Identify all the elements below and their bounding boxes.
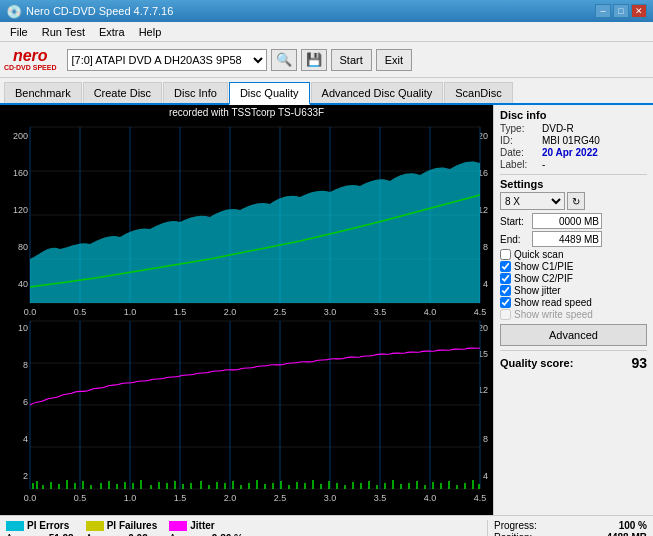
show-jitter-checkbox[interactable] [500,285,511,296]
maximize-button[interactable]: □ [613,4,629,18]
chart-title: recorded with TSSTcorp TS-U633F [0,107,493,118]
svg-text:200: 200 [13,131,28,141]
menu-help[interactable]: Help [133,24,168,40]
svg-rect-91 [264,484,266,489]
svg-rect-102 [352,482,354,489]
pi-failures-color-box [86,521,104,531]
start-button[interactable]: Start [331,49,372,71]
show-read-speed-checkbox[interactable] [500,297,511,308]
show-c1-checkbox[interactable] [500,261,511,272]
menu-extra[interactable]: Extra [93,24,131,40]
svg-rect-98 [320,484,322,489]
svg-rect-78 [158,482,160,489]
tab-disc-info[interactable]: Disc Info [163,82,228,103]
svg-text:4: 4 [23,434,28,444]
progress-panel: Progress: 100 % Position: 4488 MB Speed:… [487,520,647,536]
quality-label: Quality score: [500,357,573,369]
minimize-button[interactable]: – [595,4,611,18]
position-value: 4488 MB [606,532,647,536]
svg-rect-96 [304,483,306,489]
refresh-button[interactable]: ↻ [567,192,585,210]
svg-text:40: 40 [18,279,28,289]
show-jitter-label: Show jitter [514,285,561,296]
show-c1-row: Show C1/PIE [500,261,647,272]
svg-rect-83 [200,481,202,489]
svg-rect-82 [190,483,192,489]
svg-rect-103 [360,483,362,489]
progress-row: Progress: 100 % [494,520,647,531]
quality-value: 93 [631,355,647,371]
svg-rect-72 [108,481,110,489]
svg-text:0.5: 0.5 [74,493,87,503]
nero-logo: nero [13,48,48,64]
speed-row: 8 X ↻ [500,192,647,210]
svg-text:4.5: 4.5 [474,493,487,503]
tab-advanced-disc-quality[interactable]: Advanced Disc Quality [311,82,444,103]
svg-text:8: 8 [483,434,488,444]
svg-text:2: 2 [23,471,28,481]
svg-rect-101 [344,485,346,489]
svg-text:3.5: 3.5 [374,493,387,503]
show-read-speed-row: Show read speed [500,297,647,308]
svg-text:1.5: 1.5 [174,493,187,503]
save-icon-btn[interactable]: 💾 [301,49,327,71]
nero-logo-area: nero CD·DVD SPEED [4,48,57,71]
svg-rect-110 [416,481,418,489]
drive-select[interactable]: [7:0] ATAPI DVD A DH20A3S 9P58 [67,49,267,71]
svg-rect-104 [368,481,370,489]
start-mb-input[interactable] [532,213,602,229]
show-c2-checkbox[interactable] [500,273,511,284]
start-mb-row: Start: [500,213,647,229]
exit-button[interactable]: Exit [376,49,412,71]
svg-rect-85 [216,482,218,489]
type-label: Type: [500,123,538,134]
svg-rect-70 [90,485,92,489]
end-mb-label: End: [500,234,530,245]
quick-scan-checkbox[interactable] [500,249,511,260]
id-value: MBI 01RG40 [542,135,600,146]
svg-text:0.0: 0.0 [24,493,37,503]
svg-text:2.0: 2.0 [224,493,237,503]
advanced-button[interactable]: Advanced [500,324,647,346]
svg-text:1.0: 1.0 [124,493,137,503]
svg-rect-88 [240,485,242,489]
label-label: Label: [500,159,538,170]
svg-text:4: 4 [483,279,488,289]
menu-file[interactable]: File [4,24,34,40]
svg-rect-97 [312,480,314,489]
date-row: Date: 20 Apr 2022 [500,147,647,158]
lower-chart-svg: 10 8 6 4 2 20 15 12 8 4 [0,313,490,513]
show-c1-label: Show C1/PIE [514,261,573,272]
tab-disc-quality[interactable]: Disc Quality [229,82,310,105]
show-write-speed-checkbox [500,309,511,320]
jitter-legend: Jitter Average: 9.86 % Maximum: 14.8 % P… [169,520,249,536]
svg-rect-111 [424,485,426,489]
svg-rect-67 [66,480,68,489]
toolbar: nero CD·DVD SPEED [7:0] ATAPI DVD A DH20… [0,42,653,78]
position-label: Position: [494,532,532,536]
chart-area: recorded with TSSTcorp TS-U633F 200 160 … [0,105,493,515]
svg-rect-86 [224,483,226,489]
menu-run-test[interactable]: Run Test [36,24,91,40]
close-button[interactable]: ✕ [631,4,647,18]
svg-rect-112 [432,482,434,489]
svg-rect-115 [456,485,458,489]
svg-text:8: 8 [483,242,488,252]
date-value: 20 Apr 2022 [542,147,598,158]
svg-text:120: 120 [13,205,28,215]
tab-scan-disc[interactable]: ScanDisc [444,82,512,103]
pi-failures-title-row: PI Failures [86,520,158,531]
tab-bar: Benchmark Create Disc Disc Info Disc Qua… [0,78,653,105]
svg-text:8: 8 [23,360,28,370]
label-value: - [542,159,545,170]
show-c2-row: Show C2/PIF [500,273,647,284]
svg-text:3.0: 3.0 [324,493,337,503]
svg-rect-113 [440,483,442,489]
speed-select[interactable]: 8 X [500,192,565,210]
scan-icon-btn[interactable]: 🔍 [271,49,297,71]
tab-create-disc[interactable]: Create Disc [83,82,162,103]
tab-benchmark[interactable]: Benchmark [4,82,82,103]
end-mb-input[interactable] [532,231,602,247]
show-write-speed-label: Show write speed [514,309,593,320]
svg-rect-63 [36,481,38,489]
